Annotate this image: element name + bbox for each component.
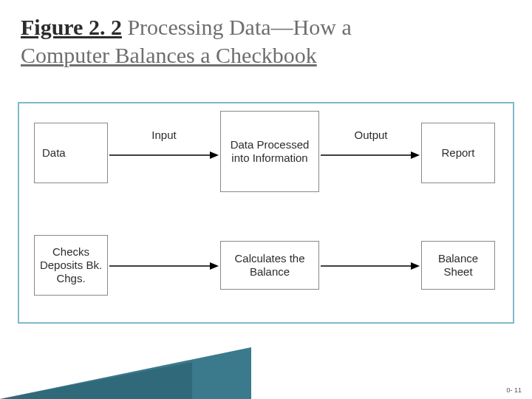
box-report: Report xyxy=(421,123,495,183)
arrow-input xyxy=(109,148,219,163)
slide: Figure 2. 2 Processing Data—How a Comput… xyxy=(0,0,532,399)
figure-number: Figure 2. 2 xyxy=(21,15,122,39)
box-calculates: Calculates the Balance xyxy=(220,241,319,290)
title-line-2: Computer Balances a Checkbook xyxy=(21,43,317,67)
box-checks-label: Checks Deposits Bk. Chgs. xyxy=(38,245,104,285)
box-balance-sheet-label: Balance Sheet xyxy=(425,252,491,279)
diagram-frame: Data Data Processed into Information Rep… xyxy=(18,102,514,324)
arrow-output xyxy=(321,148,420,163)
box-checks: Checks Deposits Bk. Chgs. xyxy=(34,235,108,296)
box-data-label: Data xyxy=(42,146,66,160)
arrow-row2-1 xyxy=(109,259,219,273)
box-processed: Data Processed into Information xyxy=(220,111,319,192)
box-processed-label: Data Processed into Information xyxy=(224,138,316,165)
svg-marker-7 xyxy=(411,262,420,270)
box-report-label: Report xyxy=(441,146,474,160)
box-balance-sheet: Balance Sheet xyxy=(421,241,495,290)
arrow-row2-2 xyxy=(321,259,420,273)
page-number: 0- 11 xyxy=(506,387,522,395)
label-input: Input xyxy=(151,129,176,141)
svg-marker-1 xyxy=(210,151,219,159)
figure-title: Figure 2. 2 Processing Data—How a Comput… xyxy=(21,13,511,69)
svg-marker-5 xyxy=(210,262,219,270)
svg-marker-3 xyxy=(411,151,420,159)
title-rest-1: Processing Data—How a xyxy=(122,15,352,39)
box-calculates-label: Calculates the Balance xyxy=(224,252,316,279)
box-data: Data xyxy=(34,123,108,183)
label-output: Output xyxy=(354,129,387,141)
decorative-corner-overlay xyxy=(0,362,192,399)
